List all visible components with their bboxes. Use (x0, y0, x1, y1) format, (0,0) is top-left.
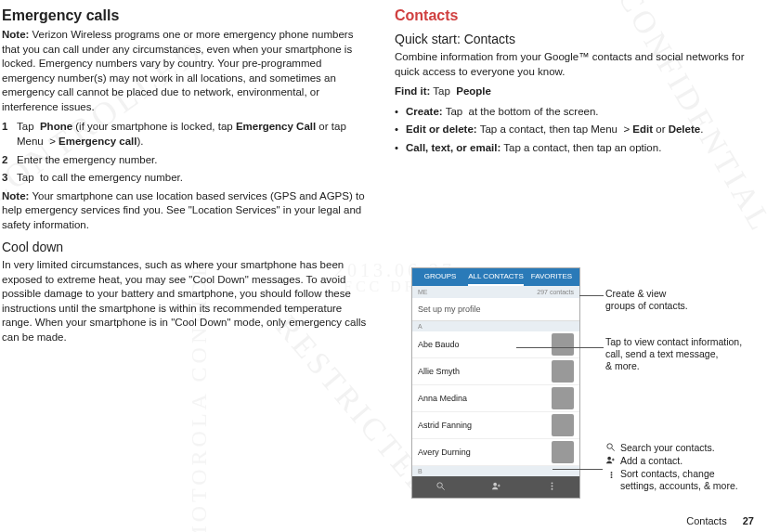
note-body: Verizon Wireless programs one or more em… (2, 29, 353, 112)
step-number: 1 (2, 120, 17, 149)
edit-label: Edit (632, 123, 653, 135)
emergency-call-label: Emergency Call (236, 121, 316, 132)
phone-label: Phone (37, 121, 72, 132)
bullet-edit-delete: • Edit or delete: Tap a contact, then ta… (395, 123, 760, 137)
heading-quick-start: Quick start: Contacts (395, 32, 760, 46)
bullet-mark: • (395, 105, 406, 120)
left-column: Emergency calls Note: Verizon Wireless p… (0, 0, 384, 532)
step-text: Tap to call the emergency number. (17, 171, 183, 186)
label: Create: (406, 106, 443, 117)
note-label: Note: (2, 29, 29, 40)
text: Tap a contact, then tap an option. (500, 142, 661, 153)
bullet-mark: • (395, 141, 406, 156)
people-label: People (453, 85, 491, 97)
bullet-text: Edit or delete: Tap a contact, then tap … (406, 123, 703, 137)
step-2: 2 Enter the emergency number. (2, 153, 372, 168)
bullet-call-text-email: • Call, text, or email: Tap a contact, t… (395, 141, 760, 156)
step-3: 3 Tap to call the emergency number. (2, 171, 372, 186)
intro-text: Combine information from your Google™ co… (395, 50, 760, 79)
text: Tap (443, 106, 466, 117)
note-body: Your smartphone can use location based s… (2, 190, 365, 230)
step-1: 1 Tap Phone (if your smartphone is locke… (2, 120, 372, 149)
text: (if your smartphone is locked, tap (72, 121, 236, 132)
step-text: Enter the emergency number. (17, 153, 158, 168)
text: or (653, 123, 669, 135)
text: Tap (17, 172, 37, 183)
label: Call, text, or email: (406, 142, 500, 153)
find-it-label: Find it: (395, 85, 430, 97)
bullet-create: • Create: Tap at the bottom of the scree… (395, 105, 760, 120)
step-number: 2 (2, 153, 17, 168)
arrow: > (620, 123, 632, 135)
note-location: Note: Your smartphone can use location b… (2, 189, 372, 233)
note-label: Note: (2, 190, 29, 201)
bullet-text: Call, text, or email: Tap a contact, the… (406, 141, 661, 156)
bullet-text: Create: Tap at the bottom of the screen. (406, 105, 599, 120)
text: Tap a contact, then tap Menu (477, 123, 621, 135)
find-it: Find it: Tap People (395, 84, 760, 99)
bullet-mark: • (395, 123, 406, 137)
heading-contacts: Contacts (395, 7, 760, 24)
right-column: Contacts Quick start: Contacts Combine i… (384, 0, 767, 532)
step-text: Tap Phone (if your smartphone is locked,… (17, 120, 372, 149)
step-number: 3 (2, 171, 17, 186)
cool-down-body: In very limited circumstances, such as w… (2, 258, 372, 344)
arrow: > (46, 136, 58, 147)
emergency-call-label: Emergency call (58, 136, 136, 147)
text: at the bottom of the screen. (465, 106, 598, 117)
text: Tap (430, 85, 453, 97)
heading-emergency-calls: Emergency calls (2, 7, 372, 24)
text: to call the emergency number. (37, 172, 183, 183)
text: Tap (17, 121, 37, 132)
text: . (700, 123, 703, 135)
label: Edit or delete: (406, 123, 477, 135)
note-emergency: Note: Verizon Wireless programs one or m… (2, 28, 372, 114)
delete-label: Delete (669, 123, 701, 135)
text: ). (136, 136, 143, 147)
heading-cool-down: Cool down (2, 240, 372, 254)
